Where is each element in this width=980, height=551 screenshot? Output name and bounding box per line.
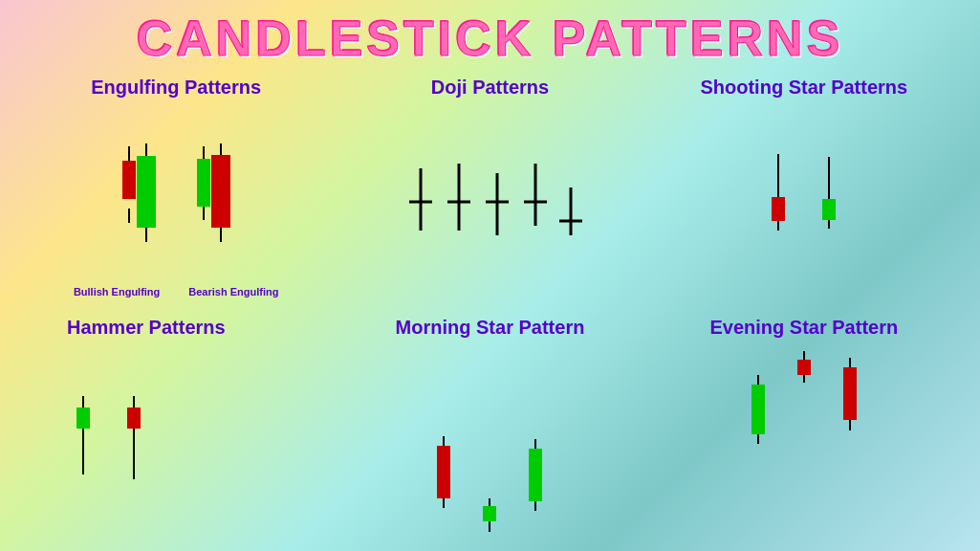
hammer-section: Hammer Patterns	[19, 307, 333, 547]
shooting-star-red	[762, 149, 795, 254]
evening-star-candles	[744, 346, 864, 538]
evening-star-title: Evening Star Pattern	[709, 317, 898, 339]
shooting-star-candles	[762, 106, 846, 298]
svg-rect-8	[197, 159, 210, 207]
svg-rect-44	[751, 385, 765, 434]
doji-symbols	[394, 106, 585, 298]
engulfing-candles	[110, 106, 242, 282]
shooting-star-green	[813, 149, 846, 254]
bearish-engulfing-label: Bearish Engulfing	[188, 286, 278, 298]
bullish-engulfing-candle	[110, 142, 167, 247]
hammer-title: Hammer Patterns	[67, 317, 226, 339]
engulfing-title: Engulfing Patterns	[91, 77, 261, 99]
svg-rect-2	[122, 161, 136, 199]
svg-rect-35	[437, 446, 450, 498]
bullish-engulfing-label: Bullish Engulfing	[74, 286, 160, 298]
svg-rect-32	[127, 408, 141, 429]
svg-rect-41	[529, 449, 542, 501]
morning-star-title: Morning Star Pattern	[396, 317, 585, 339]
morning-star-green	[521, 431, 550, 537]
svg-rect-50	[843, 367, 857, 420]
engulfing-section: Engulfing Patterns	[19, 67, 333, 307]
morning-star-candles	[429, 346, 550, 538]
svg-rect-29	[76, 408, 90, 429]
morning-star-section: Morning Star Pattern	[333, 307, 646, 547]
evening-star-red	[836, 346, 864, 456]
morning-star-red	[429, 431, 458, 537]
evening-star-green	[744, 346, 773, 456]
hammer-candles	[67, 346, 151, 538]
svg-rect-5	[137, 156, 156, 228]
svg-rect-38	[483, 506, 496, 521]
svg-rect-23	[772, 197, 785, 221]
morning-star-small-green	[475, 431, 504, 537]
doji-section: Doji Patterns	[333, 67, 646, 307]
engulfing-labels: Bullish Engulfing Bearish Engulfing	[74, 286, 279, 298]
shooting-star-title: Shooting Star Patterns	[700, 77, 907, 99]
evening-star-section: Evening Star Pattern	[647, 307, 961, 547]
shooting-star-section: Shooting Star Patterns	[647, 67, 961, 307]
svg-rect-26	[822, 199, 836, 220]
hammer-green	[67, 388, 100, 494]
svg-rect-11	[211, 155, 230, 228]
doji-svg	[394, 159, 585, 245]
doji-title: Doji Patterns	[431, 77, 549, 99]
bearish-engulfing-candle	[185, 142, 242, 247]
hammer-red	[118, 388, 151, 494]
evening-star-small-red	[790, 346, 818, 456]
svg-rect-47	[797, 360, 811, 375]
main-title: CANDLESTICK PATTERNS	[0, 0, 980, 67]
